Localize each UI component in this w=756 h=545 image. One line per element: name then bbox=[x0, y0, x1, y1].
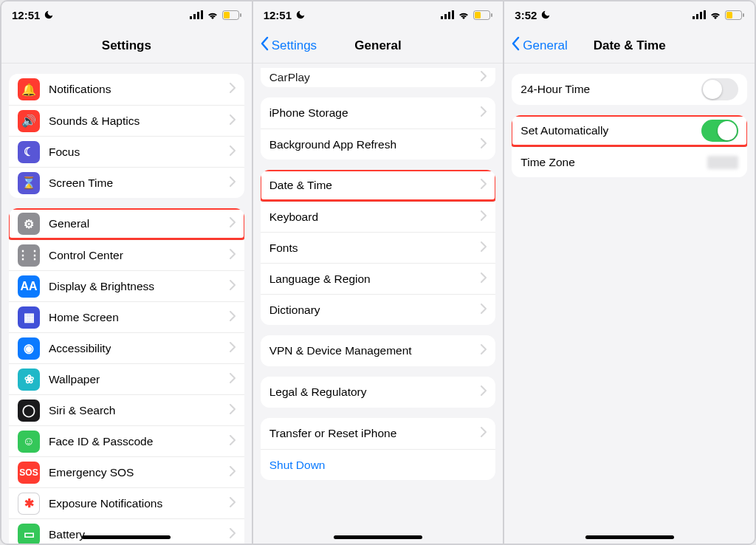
row-label: Keyboard bbox=[269, 210, 318, 224]
exposure-icon: ✱ bbox=[18, 493, 40, 515]
page-title: Date & Time bbox=[594, 38, 666, 53]
timezone-value-blurred bbox=[707, 156, 738, 169]
row-label: Emergency SOS bbox=[49, 466, 134, 479]
notifications-icon: 🔔 bbox=[18, 78, 40, 100]
back-label: Settings bbox=[272, 38, 317, 53]
settings-row[interactable]: Transfer or Reset iPhone bbox=[261, 418, 496, 449]
chevron-right-icon bbox=[481, 71, 487, 84]
row-label: VPN & Device Management bbox=[269, 344, 412, 357]
svg-rect-20 bbox=[726, 12, 732, 18]
settings-row[interactable]: ☺ Face ID & Passcode bbox=[9, 425, 244, 456]
row-label: Focus bbox=[49, 145, 80, 159]
chevron-right-icon bbox=[230, 145, 236, 159]
focus-icon: ☾ bbox=[18, 141, 40, 163]
clock: 12:51 bbox=[264, 9, 292, 21]
wifi-icon bbox=[207, 10, 219, 19]
chevron-right-icon bbox=[481, 210, 487, 224]
settings-row[interactable]: iPhone Storage bbox=[261, 97, 496, 128]
chevron-right-icon bbox=[481, 385, 487, 399]
row-label: Notifications bbox=[49, 83, 111, 96]
back-button[interactable]: Settings bbox=[261, 28, 317, 63]
settings-row[interactable]: Set Automatically bbox=[512, 115, 747, 146]
settings-row[interactable]: Fonts bbox=[261, 232, 496, 263]
row-label: General bbox=[49, 217, 89, 230]
chevron-right-icon bbox=[481, 272, 487, 286]
row-label: Display & Brightness bbox=[49, 280, 154, 293]
chevron-right-icon bbox=[481, 344, 487, 357]
svg-rect-13 bbox=[475, 12, 481, 18]
svg-rect-16 bbox=[700, 12, 702, 19]
row-label: Battery bbox=[49, 528, 85, 541]
battery-low-icon bbox=[473, 10, 492, 20]
nav-bar: Settings General bbox=[253, 28, 504, 64]
chevron-right-icon bbox=[230, 404, 236, 417]
chevron-right-icon bbox=[230, 342, 236, 355]
settings-row[interactable]: ☾ Focus bbox=[9, 136, 244, 167]
settings-row[interactable]: ◯ Siri & Search bbox=[9, 394, 244, 425]
settings-row[interactable]: Language & Region bbox=[261, 263, 496, 294]
status-bar: 12:51 bbox=[1, 1, 252, 28]
wifi-icon bbox=[709, 10, 721, 19]
settings-row[interactable]: ⚙︎ General bbox=[9, 208, 244, 239]
settings-row[interactable]: Background App Refresh bbox=[261, 128, 496, 160]
settings-row[interactable]: AA Display & Brightness bbox=[9, 270, 244, 301]
settings-row[interactable]: SOS Emergency SOS bbox=[9, 456, 244, 487]
dnd-moon-icon bbox=[295, 10, 306, 20]
svg-rect-6 bbox=[224, 12, 230, 18]
chevron-right-icon bbox=[230, 466, 236, 479]
settings-row[interactable]: ◉ Accessibility bbox=[9, 332, 244, 363]
settings-row[interactable]: 🔊 Sounds & Haptics bbox=[9, 105, 244, 136]
settings-row[interactable]: Keyboard bbox=[261, 201, 496, 232]
settings-row[interactable]: Shut Down bbox=[261, 449, 496, 480]
settings-row[interactable]: VPN & Device Management bbox=[261, 335, 496, 366]
row-carplay[interactable]: CarPlay bbox=[261, 68, 496, 87]
settings-row[interactable]: ⌛ Screen Time bbox=[9, 167, 244, 198]
svg-rect-1 bbox=[193, 14, 196, 19]
settings-row[interactable]: ❀ Wallpaper bbox=[9, 363, 244, 394]
chevron-right-icon bbox=[230, 497, 236, 510]
chevron-right-icon bbox=[230, 83, 236, 96]
display-icon: AA bbox=[18, 275, 40, 298]
general-icon: ⚙︎ bbox=[18, 213, 40, 235]
dnd-moon-icon bbox=[44, 10, 54, 20]
general-screen: 12:51 Se bbox=[252, 1, 504, 544]
nav-bar: Settings bbox=[1, 28, 252, 64]
settings-row[interactable]: Dictionary bbox=[261, 294, 496, 325]
chevron-right-icon bbox=[481, 179, 487, 192]
sos-icon: SOS bbox=[18, 462, 40, 484]
clock: 3:52 bbox=[515, 9, 537, 21]
svg-rect-12 bbox=[491, 13, 492, 17]
chevron-right-icon bbox=[230, 373, 236, 386]
svg-rect-19 bbox=[743, 13, 744, 17]
settings-row[interactable]: ⋮⋮ Control Center bbox=[9, 239, 244, 270]
back-button[interactable]: General bbox=[512, 28, 567, 63]
svg-rect-15 bbox=[696, 14, 698, 19]
row-label: Legal & Regulatory bbox=[269, 385, 367, 399]
home-indicator[interactable] bbox=[82, 535, 171, 539]
svg-rect-10 bbox=[452, 10, 454, 19]
settings-row[interactable]: 24-Hour Time bbox=[512, 74, 747, 105]
settings-row[interactable]: ▦ Home Screen bbox=[9, 301, 244, 332]
settings-screen: 12:51 Settings bbox=[1, 1, 252, 544]
svg-rect-3 bbox=[201, 10, 203, 19]
settings-row[interactable]: Legal & Regulatory bbox=[261, 377, 496, 408]
toggle-switch[interactable] bbox=[701, 120, 738, 142]
sounds-icon: 🔊 bbox=[18, 110, 40, 132]
chevron-left-icon bbox=[261, 36, 269, 55]
highlight-box bbox=[9, 208, 244, 240]
chevron-right-icon bbox=[230, 311, 236, 324]
settings-row[interactable]: Date & Time bbox=[261, 170, 496, 201]
home-indicator[interactable] bbox=[334, 535, 422, 539]
row-label: Dictionary bbox=[269, 304, 320, 317]
settings-row[interactable]: ✱ Exposure Notifications bbox=[9, 487, 244, 518]
toggle-switch[interactable] bbox=[701, 78, 738, 100]
row-label: Wallpaper bbox=[49, 373, 100, 386]
home-indicator[interactable] bbox=[585, 535, 674, 539]
settings-row[interactable]: ▭ Battery bbox=[9, 518, 244, 544]
settings-row[interactable]: 🔔 Notifications bbox=[9, 74, 244, 105]
settings-row[interactable]: Time Zone bbox=[512, 146, 747, 177]
chevron-right-icon bbox=[230, 435, 236, 448]
svg-rect-7 bbox=[441, 16, 443, 19]
row-label: Date & Time bbox=[269, 179, 332, 192]
cellular-icon bbox=[693, 10, 706, 19]
